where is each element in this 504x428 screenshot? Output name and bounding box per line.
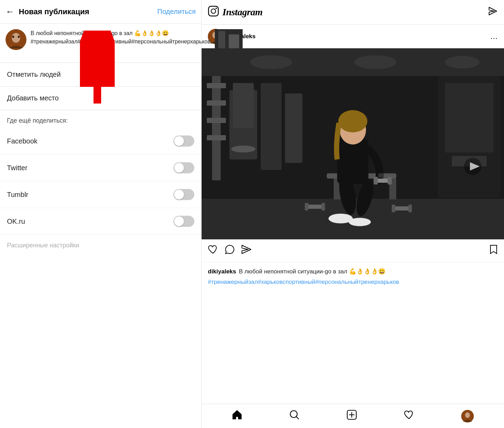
caption-username: dikiyaleks [208,268,236,275]
okru-toggle[interactable] [173,216,194,227]
svg-rect-26 [207,135,226,140]
left-panel: ← Новая публикация Поделиться В любой не… [0,0,202,428]
twitter-label: Twitter [7,164,27,172]
add-location-menu-item[interactable]: Добавить место [0,87,201,110]
svg-point-13 [211,9,216,14]
svg-rect-46 [388,177,392,184]
share-button[interactable]: Поделиться [157,8,196,16]
post-username: dikiyaleks [227,33,490,40]
post-preview: В любой непонятной ситуации-go в зал 💪👌👌… [0,24,201,63]
svg-rect-54 [392,205,395,212]
send-icon[interactable] [488,6,498,18]
heart-nav-button[interactable] [404,410,414,422]
svg-rect-50 [306,205,323,209]
twitter-toggle[interactable] [173,162,194,173]
search-nav-button[interactable] [289,410,300,422]
post-more-button[interactable]: … [490,32,498,41]
svg-rect-5 [218,31,225,48]
home-nav-button[interactable] [232,410,242,422]
okru-label: OK.ru [7,217,25,225]
svg-rect-23 [207,83,226,88]
tumblr-toggle[interactable] [173,189,194,200]
right-panel: Instagram dikiyaleks … [202,0,504,428]
user-avatar [6,29,26,50]
advanced-settings-link[interactable]: Расширенные настройки [0,235,201,256]
svg-point-29 [231,146,255,153]
caption-hashtags: #тренажерныйзал#харьковспортивный#персон… [208,278,498,287]
action-bar [202,239,504,262]
facebook-toggle-knob [174,136,184,146]
okru-share-option: OK.ru [0,208,201,235]
bottom-nav [202,404,504,428]
okru-toggle-knob [174,216,184,226]
svg-rect-28 [233,83,254,128]
like-button[interactable] [208,245,218,257]
twitter-toggle-knob [174,163,184,173]
svg-point-1 [12,33,20,43]
svg-rect-25 [207,118,226,123]
svg-point-2 [12,36,14,38]
svg-line-62 [296,417,299,419]
svg-point-19 [250,55,292,69]
comment-button[interactable] [225,245,235,257]
gym-photo [202,48,504,239]
bookmark-button[interactable] [489,244,498,257]
svg-rect-52 [322,203,325,211]
page-title: Новая публикация [19,7,157,16]
facebook-toggle[interactable] [173,135,194,147]
svg-rect-57 [445,83,494,153]
svg-point-48 [349,218,371,226]
profile-nav-button[interactable] [461,410,474,422]
twitter-share-option: Twitter [0,155,201,181]
left-panel-content: В любой непонятной ситуации-go в зал 💪👌👌… [0,24,201,428]
caption-area: dikiyaleksВ любой непонятной ситуации-go… [202,262,504,404]
caption-text: В любой непонятной ситуации-go в зал 💪👌👌… [239,268,385,275]
tumblr-toggle-knob [174,190,184,199]
share-post-button[interactable] [241,245,252,257]
svg-rect-24 [207,100,226,106]
svg-rect-53 [393,206,410,211]
svg-point-67 [465,412,470,418]
svg-point-14 [216,8,217,9]
instagram-camera-icon [208,6,219,19]
svg-rect-12 [209,6,218,16]
svg-rect-55 [408,205,412,212]
action-icons-left [208,245,489,257]
instagram-logo-text: Instagram [222,7,488,18]
svg-rect-30 [261,83,282,170]
share-section-title: Где ещё поделиться: [0,110,201,128]
svg-rect-51 [305,203,308,211]
svg-rect-31 [285,93,302,163]
tag-people-menu-item[interactable]: Отметить людей [0,63,201,87]
svg-rect-41 [337,139,368,184]
svg-point-3 [18,36,20,38]
post-caption-text: В любой непонятной ситуации-go в зал 💪👌👌… [31,29,211,46]
svg-point-43 [338,110,367,132]
facebook-label: Facebook [7,137,38,145]
svg-rect-49 [378,173,384,178]
back-button[interactable]: ← [6,6,15,17]
left-header: ← Новая публикация Поделиться [0,0,201,24]
tag-people-label: Отметить людей [7,71,61,79]
facebook-share-option: Facebook [0,128,201,155]
svg-rect-6 [229,34,239,48]
post-user-row: dikiyaleks … [202,25,504,48]
add-nav-button[interactable] [347,410,357,422]
svg-rect-45 [374,177,378,184]
svg-rect-22 [212,76,221,180]
tumblr-share-option: Tumblr [0,181,201,208]
svg-point-20 [355,55,396,69]
add-location-label: Добавить место [7,94,59,102]
instagram-header: Instagram [202,0,504,25]
svg-point-21 [445,56,480,68]
tumblr-label: Tumblr [7,191,28,199]
